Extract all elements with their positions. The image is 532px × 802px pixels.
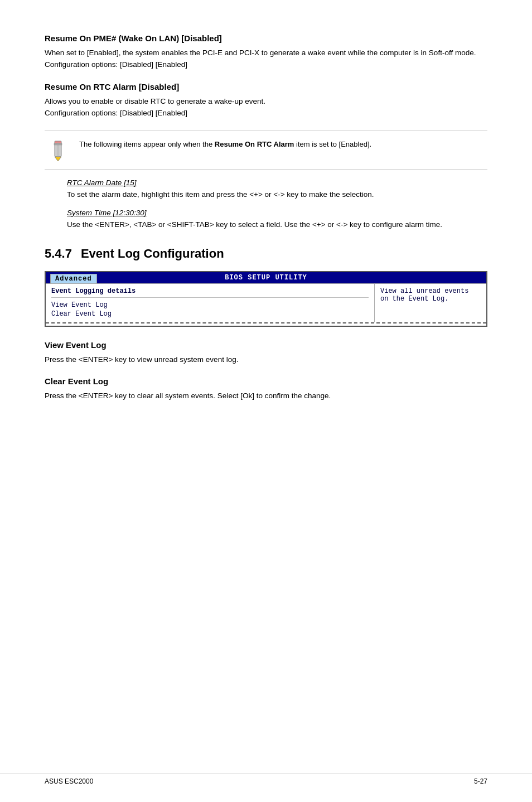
clear-event-log-heading: Clear Event Log <box>45 376 487 386</box>
svg-marker-1 <box>55 157 61 161</box>
note-box: The following items appear only when the… <box>45 131 487 170</box>
rtc-alarm-date-body: To set the alarm date, highlight this it… <box>67 189 487 201</box>
chapter-heading: 5.4.7 Event Log Configuration <box>45 247 487 261</box>
bios-right-panel: View all unread eventson the Event Log. <box>375 284 486 322</box>
bios-body: Event Logging details View Event Log Cle… <box>46 283 486 322</box>
resume-rtc-heading: Resume On RTC Alarm [Disabled] <box>45 82 487 91</box>
resume-pme-section: Resume On PME# (Wake On LAN) [Disabled] … <box>45 33 487 71</box>
system-time-title: System Time [12:30:30] <box>67 209 487 217</box>
svg-rect-4 <box>54 143 62 145</box>
clear-event-log-body: Press the <ENTER> key to clear all syste… <box>45 390 487 402</box>
view-event-log-heading: View Event Log <box>45 340 487 350</box>
view-event-log-body: Press the <ENTER> key to view unread sys… <box>45 354 487 366</box>
bios-screen: BIOS SETUP UTILITY Advanced Event Loggin… <box>45 271 487 327</box>
bios-header-label: BIOS SETUP UTILITY <box>225 274 307 282</box>
bios-left-panel: Event Logging details View Event Log Cle… <box>46 284 375 322</box>
chapter-title: Event Log Configuration <box>81 247 224 261</box>
rtc-alarm-date-item: RTC Alarm Date [15] To set the alarm dat… <box>67 178 487 201</box>
bios-tab[interactable]: Advanced <box>50 274 97 283</box>
clear-event-log-section: Clear Event Log Press the <ENTER> key to… <box>45 376 487 402</box>
page-footer: ASUS ESC2000 5-27 <box>0 774 532 785</box>
view-event-log-section: View Event Log Press the <ENTER> key to … <box>45 340 487 366</box>
resume-rtc-body: Allows you to enable or disable RTC to g… <box>45 96 487 119</box>
resume-pme-body: When set to [Enabled], the system enable… <box>45 47 487 71</box>
footer-left: ASUS ESC2000 <box>45 777 93 785</box>
footer-right: 5-27 <box>474 777 487 785</box>
resume-pme-heading: Resume On PME# (Wake On LAN) [Disabled] <box>45 33 487 43</box>
bios-view-event-log[interactable]: View Event Log <box>51 301 369 309</box>
note-text: The following items appear only when the… <box>79 137 371 150</box>
bios-right-text: View all unread eventson the Event Log. <box>380 287 468 303</box>
bios-header: BIOS SETUP UTILITY Advanced <box>46 272 486 283</box>
chapter-number: 5.4.7 <box>45 247 72 261</box>
bios-left-header: Event Logging details <box>51 287 369 298</box>
rtc-alarm-date-title: RTC Alarm Date [15] <box>67 178 487 187</box>
note-icon <box>45 137 71 163</box>
bios-footer <box>46 322 486 326</box>
bios-clear-event-log[interactable]: Clear Event Log <box>51 310 369 318</box>
system-time-body: Use the <ENTER>, <TAB> or <SHIFT-TAB> ke… <box>67 219 487 231</box>
resume-rtc-section: Resume On RTC Alarm [Disabled] Allows yo… <box>45 82 487 231</box>
system-time-item: System Time [12:30:30] Use the <ENTER>, … <box>67 209 487 231</box>
